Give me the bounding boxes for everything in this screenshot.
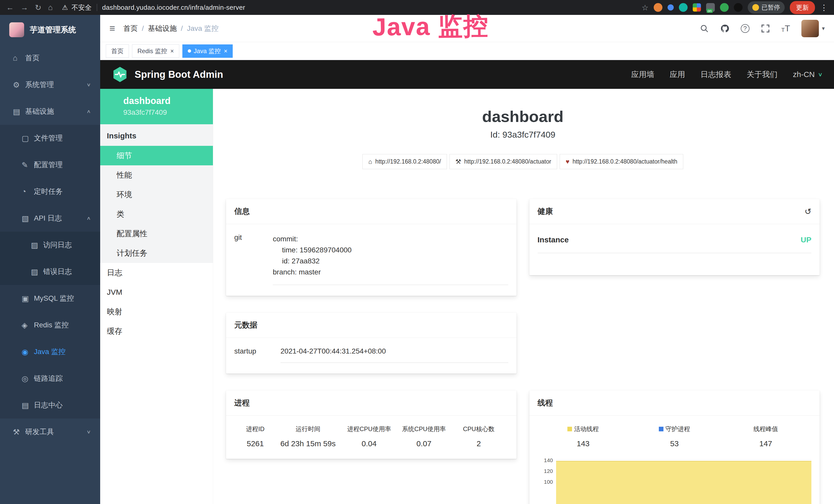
sidebar-item-label: 定时任务 bbox=[34, 187, 63, 197]
legend-label: 线程峰值 bbox=[753, 425, 778, 433]
col-header: 运行时间 bbox=[274, 425, 342, 433]
extension-icon-teal[interactable] bbox=[679, 3, 687, 12]
process-col-system-cpu: 系统CPU使用率 0.07 bbox=[397, 425, 451, 448]
process-card-title: 进程 bbox=[226, 391, 517, 416]
sidebar-item-tracing[interactable]: ◎ 链路追踪 bbox=[0, 365, 100, 392]
process-card-body: 进程ID 5261 运行时间 6d 23h 15m 59s 进程CPU使用率 bbox=[226, 416, 517, 459]
address-bar[interactable]: ⚠ 不安全 dashboard.yudao.iocoder.cn/infra/a… bbox=[62, 3, 635, 12]
sba-brand[interactable]: Spring Boot Admin bbox=[111, 66, 223, 83]
browser-home-button[interactable]: ⌂ bbox=[48, 3, 53, 12]
extension-icon-green-leaf[interactable] bbox=[720, 3, 729, 12]
sidebar-item-scheduled-jobs[interactable]: ◔ 定时任务 bbox=[0, 178, 100, 205]
nav-applications-wall[interactable]: 应用墙 bbox=[631, 69, 654, 80]
sba-item-jvm[interactable]: JVM bbox=[100, 282, 213, 302]
extension-icon-orange[interactable] bbox=[654, 3, 662, 12]
extension-icon-proxy[interactable]: on bbox=[706, 3, 715, 12]
sba-body: dashboard 93a3fc7f7409 Insights 细节 性能 环境… bbox=[100, 89, 834, 504]
link-url: http://192.168.0.2:48080/actuator bbox=[464, 158, 551, 165]
insights-group: Insights 细节 性能 环境 类 配置属性 计划任务 bbox=[100, 124, 213, 263]
sidebar-item-label: 错误日志 bbox=[43, 267, 72, 276]
chevron-up-icon: ∧ bbox=[86, 216, 91, 221]
sidebar-item-error-logs[interactable]: ▨ 错误日志 bbox=[0, 258, 100, 285]
breadcrumb-infrastructure[interactable]: 基础设施 bbox=[148, 24, 177, 33]
nav-journal[interactable]: 日志报表 bbox=[700, 69, 731, 80]
search-icon[interactable] bbox=[700, 24, 709, 33]
extension-icon-black[interactable] bbox=[734, 3, 743, 12]
sba-item-environment[interactable]: 环境 bbox=[100, 185, 213, 204]
sba-sidebar: dashboard 93a3fc7f7409 Insights 细节 性能 环境… bbox=[100, 89, 213, 504]
sidebar-item-redis-monitor[interactable]: ◈ Redis 监控 bbox=[0, 312, 100, 338]
extension-icon-grid[interactable] bbox=[693, 3, 701, 12]
sidebar-item-label: 系统管理 bbox=[25, 80, 54, 90]
browser-menu-kebab-icon[interactable]: ⋮ bbox=[820, 3, 828, 12]
live-threads-swatch bbox=[567, 427, 572, 431]
font-size-icon[interactable]: TT bbox=[781, 23, 790, 33]
sidebar-item-mysql-monitor[interactable]: ▣ MySQL 监控 bbox=[0, 285, 100, 312]
extension-icon-blue-drop[interactable] bbox=[667, 4, 674, 10]
cards-grid: 信息 git commit: time: 1596289704000 id: 2… bbox=[226, 199, 820, 504]
history-icon[interactable]: ↺ bbox=[805, 207, 811, 216]
fullscreen-icon[interactable] bbox=[761, 24, 770, 33]
link-service-url[interactable]: ⌂ http://192.168.0.2:48080/ bbox=[363, 154, 447, 169]
log-center-icon: ▤ bbox=[22, 401, 34, 410]
sba-item-scheduled-tasks[interactable]: 计划任务 bbox=[100, 244, 213, 263]
small-t: T bbox=[781, 27, 785, 33]
forward-button[interactable]: → bbox=[21, 3, 28, 12]
link-actuator-url[interactable]: ⚒ http://192.168.0.2:48080/actuator bbox=[449, 154, 557, 169]
back-button[interactable]: ← bbox=[6, 3, 14, 12]
sba-item-config-props[interactable]: 配置属性 bbox=[100, 224, 213, 244]
profile-avatar-icon bbox=[752, 4, 759, 11]
status-badge: UP bbox=[800, 235, 811, 244]
sba-item-details[interactable]: 细节 bbox=[100, 146, 213, 165]
sidebar-item-log-center[interactable]: ▤ 日志中心 bbox=[0, 392, 100, 418]
github-icon[interactable] bbox=[720, 24, 729, 33]
sba-item-logs[interactable]: 日志 bbox=[100, 263, 213, 282]
sidebar-item-infrastructure[interactable]: ▤ 基础设施 ∧ bbox=[0, 98, 100, 125]
sidebar-item-dev-tools[interactable]: ⚒ 研发工具 ∨ bbox=[0, 418, 100, 445]
nav-about[interactable]: 关于我们 bbox=[747, 69, 777, 80]
profile-paused-badge[interactable]: 已暂停 bbox=[748, 1, 785, 14]
tab-redis-monitor[interactable]: Redis 监控 × bbox=[132, 44, 179, 58]
sidebar-collapse-icon[interactable]: ≡ bbox=[109, 23, 115, 34]
mysql-icon: ▣ bbox=[22, 294, 34, 303]
threads-card: 线程 活动线程 143 守护进程 53 bbox=[529, 391, 820, 504]
help-icon[interactable]: ? bbox=[741, 24, 749, 33]
locale-selector[interactable]: zh-CN ∨ bbox=[793, 70, 823, 79]
legend-label: 守护进程 bbox=[665, 425, 690, 433]
health-card-body: Instance UP bbox=[529, 224, 820, 275]
sidebar-item-api-logs[interactable]: ▧ API 日志 ∧ bbox=[0, 205, 100, 232]
browser-toolbar-right: ☆ on 已暂停 更新 ⋮ bbox=[642, 1, 828, 14]
git-branch: branch: master bbox=[273, 267, 508, 278]
app-logo[interactable]: 芋道管理系统 bbox=[0, 15, 100, 45]
health-instance-row[interactable]: Instance UP bbox=[537, 233, 812, 253]
nav-applications[interactable]: 应用 bbox=[670, 69, 685, 80]
user-menu[interactable]: ▾ bbox=[802, 20, 825, 37]
sidebar-item-access-logs[interactable]: ▨ 访问日志 bbox=[0, 232, 100, 258]
sidebar-item-system-management[interactable]: ⚙ 系统管理 ∨ bbox=[0, 71, 100, 98]
sba-item-classes[interactable]: 类 bbox=[100, 204, 213, 224]
tab-home[interactable]: 首页 bbox=[106, 44, 129, 58]
col-value: 0.07 bbox=[397, 439, 451, 448]
sba-item-metrics[interactable]: 性能 bbox=[100, 165, 213, 185]
close-icon[interactable]: × bbox=[224, 47, 227, 55]
sidebar-item-config-management[interactable]: ✎ 配置管理 bbox=[0, 152, 100, 178]
chrome-update-button[interactable]: 更新 bbox=[790, 1, 815, 14]
sba-item-mappings[interactable]: 映射 bbox=[100, 302, 213, 321]
instance-id: 93a3fc7f7409 bbox=[123, 108, 208, 117]
close-icon[interactable]: × bbox=[170, 47, 174, 55]
info-card: 信息 git commit: time: 1596289704000 id: 2… bbox=[226, 199, 517, 296]
sidebar-item-home[interactable]: ⌂ 首页 bbox=[0, 45, 100, 71]
metadata-card: 元数据 startup 2021-04-27T00:44:31.254+08:0… bbox=[226, 313, 517, 373]
health-card: 健康 ↺ Instance UP bbox=[529, 199, 820, 275]
breadcrumb-home[interactable]: 首页 bbox=[123, 24, 138, 33]
threads-card-body: 活动线程 143 守护进程 53 线程峰值 14 bbox=[529, 416, 820, 504]
link-health-url[interactable]: ♥ http://192.168.0.2:48080/actuator/heal… bbox=[560, 154, 683, 169]
reload-button[interactable]: ↻ bbox=[35, 3, 41, 12]
sidebar-item-java-monitor[interactable]: ◉ Java 监控 bbox=[0, 338, 100, 365]
app-title: 芋道管理系统 bbox=[30, 25, 76, 35]
bookmark-star-icon[interactable]: ☆ bbox=[642, 3, 649, 12]
sba-item-caches[interactable]: 缓存 bbox=[100, 321, 213, 341]
tab-java-monitor[interactable]: Java 监控 × bbox=[182, 44, 233, 58]
instance-header[interactable]: dashboard 93a3fc7f7409 bbox=[100, 89, 213, 124]
sidebar-item-file-management[interactable]: ▢ 文件管理 bbox=[0, 125, 100, 152]
